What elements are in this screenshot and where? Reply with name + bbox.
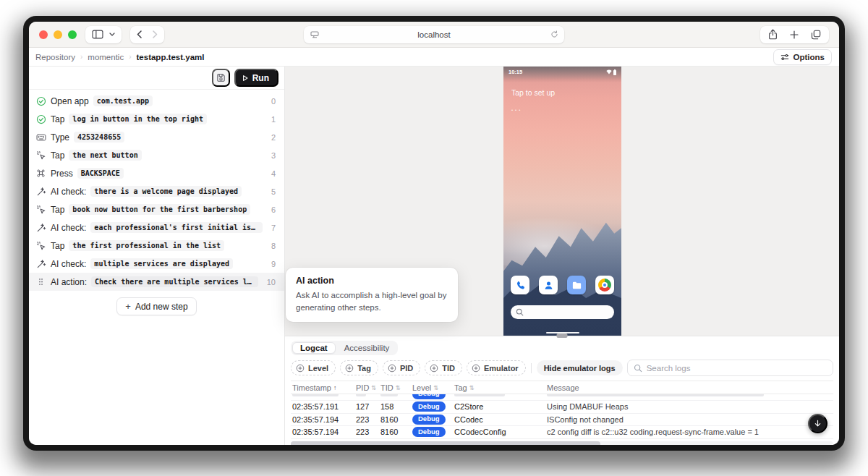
- phone-clock: 10:15: [509, 69, 522, 82]
- close-window-button[interactable]: [39, 30, 48, 39]
- log-tid: 158: [379, 402, 411, 411]
- step-row[interactable]: Tapthe next button3: [29, 146, 284, 164]
- step-row[interactable]: AI check:multiple services are displayed…: [29, 255, 284, 273]
- plus-circle-icon: [345, 364, 354, 373]
- emulator-resize-handle[interactable]: [557, 333, 568, 338]
- tooltip-title: AI action: [296, 276, 448, 286]
- new-tab-icon[interactable]: [790, 30, 799, 39]
- emulator-screen[interactable]: 10:15 Tap to set up •••: [503, 67, 621, 336]
- column-label: Level: [412, 383, 431, 392]
- minimize-window-button[interactable]: [54, 30, 62, 39]
- step-label: Tap: [51, 205, 64, 215]
- search-icon: [634, 364, 642, 373]
- traffic-lights: [39, 30, 77, 39]
- scroll-to-bottom-button[interactable]: [808, 414, 827, 433]
- back-button[interactable]: [137, 30, 142, 38]
- reload-icon[interactable]: [550, 30, 558, 38]
- column-header-level[interactable]: Level⇅: [411, 383, 453, 392]
- horizontal-scrollbar[interactable]: [291, 441, 833, 446]
- level-badge: Debug: [412, 415, 446, 425]
- run-button[interactable]: Run: [234, 69, 278, 87]
- search-logs-box[interactable]: [627, 360, 833, 376]
- tab-accessibility[interactable]: Accessibility: [337, 342, 397, 354]
- log-tabs: LogcatAccessibility: [291, 341, 398, 355]
- column-header-pid[interactable]: PID⇅: [354, 383, 379, 392]
- forward-button[interactable]: [153, 30, 158, 38]
- options-button[interactable]: Options: [773, 49, 832, 65]
- step-target-text: Check there are multiple services listin…: [91, 276, 258, 287]
- log-level: Debug: [411, 401, 453, 412]
- tap-to-set-up-widget[interactable]: Tap to set up: [511, 88, 555, 97]
- step-row[interactable]: PressBACKSPACE4: [29, 164, 284, 182]
- magnifier-icon: [516, 308, 524, 316]
- tap-icon: [35, 150, 46, 161]
- hide-emulator-logs-toggle[interactable]: Hide emulator logs: [537, 360, 623, 375]
- column-header-tid[interactable]: TID⇅: [379, 383, 411, 392]
- add-step-label: Add new step: [135, 302, 188, 312]
- filter-chip-pid[interactable]: PID: [383, 360, 420, 375]
- column-header-timestamp[interactable]: Timestamp↑: [291, 383, 354, 392]
- save-button[interactable]: [212, 69, 230, 87]
- step-row[interactable]: Open appcom.test.app0: [29, 92, 284, 110]
- search-logs-input[interactable]: [647, 364, 827, 373]
- chevron-down-icon[interactable]: [109, 33, 115, 36]
- step-label: Tap: [51, 114, 64, 124]
- log-pid: 127: [354, 402, 379, 411]
- filter-chip-label: Tag: [357, 364, 371, 373]
- breadcrumb-project[interactable]: momentic: [88, 53, 124, 61]
- filter-chip-level[interactable]: Level: [291, 360, 336, 375]
- share-icon[interactable]: [768, 29, 778, 40]
- log-panel: LogcatAccessibility LevelTagPIDTIDEmulat…: [285, 336, 839, 445]
- page-settings-icon[interactable]: [310, 31, 319, 38]
- step-row[interactable]: AI check:there is a welcome page display…: [29, 182, 284, 200]
- breadcrumb-repository[interactable]: Repository: [35, 53, 75, 61]
- column-label: Tag: [454, 383, 467, 392]
- log-tag: CCodecConfig: [453, 428, 545, 436]
- step-target-text: the first professional in the list: [69, 240, 224, 251]
- log-row[interactable]: 02:35:57.1942238160DebugCCodecConfigc2 c…: [291, 426, 833, 439]
- step-row[interactable]: Tapbook now button for the first barbers…: [29, 200, 284, 218]
- check-circle-icon: [35, 95, 46, 106]
- filter-chip-tid[interactable]: TID: [425, 360, 462, 375]
- phone-app-icon[interactable]: [511, 276, 529, 294]
- filter-chip-emulator[interactable]: Emulator: [467, 360, 526, 375]
- filter-chip-tag[interactable]: Tag: [340, 360, 378, 375]
- wand-icon: [35, 258, 46, 269]
- nav-buttons-group: [130, 26, 164, 43]
- toolbar-actions-group: [760, 26, 829, 43]
- scrollbar-thumb[interactable]: [291, 441, 600, 446]
- address-bar[interactable]: localhost: [304, 26, 564, 43]
- log-row[interactable]: 02:35:57.191127158DebugC2StoreUsing DMAB…: [291, 401, 833, 414]
- plus-icon: +: [125, 302, 131, 311]
- column-header-tag[interactable]: Tag⇅: [453, 383, 545, 392]
- breadcrumb: Repository › momentic › testapp.test.yam…: [29, 48, 839, 67]
- step-label: AI check:: [51, 187, 86, 197]
- step-row[interactable]: AI check:each professional's first initi…: [29, 218, 284, 237]
- files-app-icon[interactable]: [567, 276, 586, 294]
- step-label: Press: [51, 169, 73, 179]
- contacts-app-icon[interactable]: [539, 276, 558, 294]
- step-index: 2: [267, 133, 276, 142]
- sort-icon: ↑: [333, 384, 336, 391]
- step-index: 3: [267, 151, 276, 160]
- step-row[interactable]: Type42532486552: [29, 128, 284, 146]
- tab-overview-icon[interactable]: [811, 30, 821, 40]
- step-row[interactable]: Taplog in button in the top right1: [29, 110, 284, 128]
- chrome-app-icon[interactable]: [595, 276, 614, 294]
- step-row[interactable]: Tapthe first professional in the list8: [29, 237, 284, 255]
- breadcrumb-file[interactable]: testapp.test.yaml: [137, 53, 205, 61]
- sidebar-icon[interactable]: [92, 30, 103, 39]
- add-new-step-button[interactable]: + Add new step: [116, 297, 196, 315]
- log-row[interactable]: 02:35:57.1942238160DebugCCodecISConfig n…: [291, 414, 833, 427]
- zoom-window-button[interactable]: [68, 30, 77, 39]
- google-search-bar[interactable]: [511, 305, 614, 319]
- column-header-message: Message: [545, 383, 833, 392]
- wifi-icon: [606, 69, 612, 75]
- level-badge: Debug: [412, 401, 446, 412]
- step-row[interactable]: AI action:Check there are multiple servi…: [29, 273, 284, 291]
- step-target-text: each professional's first initial is dis…: [90, 222, 263, 233]
- browser-window: localhost Repository › momentic › testap…: [29, 22, 839, 445]
- run-label: Run: [252, 73, 269, 83]
- log-message: ISConfig not changed: [545, 415, 833, 424]
- tab-logcat[interactable]: Logcat: [292, 342, 336, 354]
